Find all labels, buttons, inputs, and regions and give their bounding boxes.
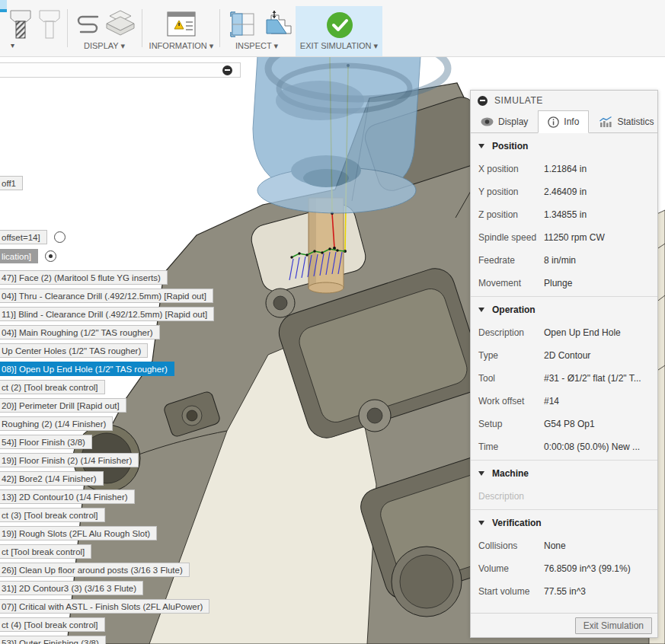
collapse-triangle-icon[interactable] <box>478 308 484 312</box>
info-row-value: 1.21864 in <box>544 164 587 174</box>
section-header-operation[interactable]: Operation <box>471 298 657 321</box>
info-row: SetupG54 P8 Op1 <box>471 413 657 435</box>
operation-item[interactable]: 53)] Outer Finishing (3/8) <box>0 636 106 644</box>
info-row-label: Time <box>478 442 544 452</box>
operation-item[interactable]: Up Center Holes (1/2" TAS rougher) <box>0 343 148 358</box>
statistics-icon <box>599 116 612 128</box>
info-row: Description <box>471 485 657 508</box>
setup-radio-row[interactable]: offset=14] <box>0 230 66 244</box>
info-row-label: X position <box>478 164 544 174</box>
operation-item[interactable]: 13)] 2D Contour10 (1/4 Finisher) <box>0 489 135 504</box>
exit-simulation-button[interactable]: Exit Simulation <box>575 617 652 634</box>
info-row-label: Y position <box>478 187 544 197</box>
setup-radio-row[interactable]: lication] <box>0 249 56 263</box>
operation-item[interactable]: ct (2) [Tool break control] <box>0 380 105 394</box>
panel-content: PositionX position1.21864 inY position2.… <box>471 133 657 613</box>
panel-tab-bar: DisplayInfoStatistics <box>471 110 657 133</box>
toolbar-separator <box>67 9 68 47</box>
info-row-value: G54 P8 Op1 <box>544 419 595 429</box>
info-row-label: Description <box>478 327 544 338</box>
info-row-label: Movement <box>478 278 544 289</box>
stock-display-icon[interactable] <box>105 9 136 40</box>
panel-collapse-icon[interactable] <box>478 96 488 106</box>
info-row-label: Type <box>478 350 544 361</box>
tab-info[interactable]: Info <box>538 110 589 133</box>
info-icon <box>548 116 559 128</box>
setup-label: lication] <box>0 249 38 263</box>
inspect-menu[interactable]: INSPECT ▾ <box>235 41 278 51</box>
info-row-value: 77.55 in^3 <box>544 586 586 597</box>
info-row-label: Spindle speed <box>478 232 544 243</box>
info-row-label: Setup <box>478 419 544 429</box>
browser-collapsed-bar[interactable] <box>0 62 241 78</box>
panel-footer: Exit Simulation <box>471 613 657 637</box>
toolbar-overflow-caret[interactable]: ▾ <box>11 41 14 49</box>
section-header-verification[interactable]: Verification <box>471 512 657 534</box>
operation-item[interactable]: 19)] Rough Slots (2FL Alu Rough Slot) <box>0 526 157 540</box>
exit-simulation-group[interactable]: EXIT SIMULATION ▾ <box>296 6 382 56</box>
info-row: Start volume77.55 in^3 <box>471 580 657 603</box>
operation-item[interactable]: ct (4) [Tool break control] <box>0 617 105 632</box>
operation-item[interactable]: 20)] Perimeter Drill [Rapid out] <box>0 398 126 413</box>
active-tab-underline <box>0 9 7 12</box>
info-row-value: 8 in/min <box>544 255 576 266</box>
info-row: Feedrate8 in/min <box>471 249 657 272</box>
tab-label: Display <box>498 116 528 127</box>
information-menu[interactable]: INFORMATION ▾ <box>149 41 214 51</box>
top-toolbar: ▾ DISPLAY ▾ INFORMATION ▾ INSPECT ▾ <box>0 0 665 57</box>
information-icon[interactable] <box>166 11 197 38</box>
green-check-icon <box>326 11 353 39</box>
collapse-triangle-icon[interactable] <box>478 521 484 525</box>
tool-icon[interactable] <box>9 9 32 41</box>
collapse-triangle-icon[interactable] <box>478 144 484 148</box>
tool-ghost-icon[interactable] <box>38 9 61 41</box>
operation-fragment[interactable]: off1 <box>0 176 23 190</box>
info-row-value: 0:00:08 (50.0%) New ... <box>544 442 640 452</box>
operation-item[interactable]: 26)] Clean Up floor around posts (3/16 3… <box>0 563 190 577</box>
measure-icon[interactable] <box>261 9 293 40</box>
section-title: Machine <box>492 468 529 479</box>
info-row-label: Feedrate <box>478 255 544 266</box>
info-row-value: #14 <box>544 396 559 406</box>
section-header-machine[interactable]: Machine <box>471 462 657 485</box>
tab-display[interactable]: Display <box>471 110 538 133</box>
operation-item-selected[interactable]: 08)] Open Up End Hole (1/2" TAS rougher) <box>0 362 174 376</box>
eye-icon <box>481 117 494 126</box>
tab-statistics[interactable]: Statistics <box>589 110 663 133</box>
info-row-label: Start volume <box>478 586 544 597</box>
operation-item[interactable]: 47)] Face (2) (Maritool 5 flute YG inser… <box>0 270 168 285</box>
section-title: Operation <box>492 304 536 315</box>
section-analysis-icon[interactable] <box>229 11 257 40</box>
operation-item[interactable]: 04)] Thru - Clearance Drill (.492/12.5mm… <box>0 289 213 303</box>
collapse-icon[interactable] <box>222 65 232 75</box>
operation-item[interactable]: 54)] Floor Finish (3/8) <box>0 435 92 449</box>
display-menu[interactable]: DISPLAY ▾ <box>84 41 125 51</box>
info-row-value: None <box>544 540 566 551</box>
panel-title: SIMULATE <box>494 95 543 106</box>
operation-item[interactable]: Roughing (2) (1/4 Finisher) <box>0 416 113 431</box>
info-row-label: Work offset <box>478 396 544 406</box>
section-separator <box>471 296 657 297</box>
info-row-value: 1.34855 in <box>544 209 587 220</box>
section-title: Verification <box>492 518 542 528</box>
exit-simulation-menu[interactable]: EXIT SIMULATION ▾ <box>300 41 378 51</box>
toolpath-display-icon[interactable] <box>75 12 102 38</box>
info-row-value: Plunge <box>544 278 572 289</box>
operation-item[interactable]: 42)] Bore2 (1/4 Finisher) <box>0 471 104 486</box>
radio-selected[interactable] <box>45 250 56 262</box>
operation-item[interactable]: ct [Tool break control] <box>0 544 91 559</box>
operation-item[interactable]: 19)] Floor Finish (2) (1/4 Finisher) <box>0 453 139 467</box>
section-header-position[interactable]: Position <box>471 135 657 158</box>
operation-item[interactable]: 04)] Main Roughing (1/2" TAS rougher) <box>0 325 160 340</box>
operation-item[interactable]: 11)] Blind - Clearance Drill (.492/12.5m… <box>0 307 214 321</box>
toolbar-separator <box>142 9 142 47</box>
radio-unselected[interactable] <box>54 231 66 243</box>
collapse-triangle-icon[interactable] <box>478 471 484 476</box>
simulate-panel: SIMULATE DisplayInfoStatistics PositionX… <box>470 90 658 638</box>
info-row: Spindle speed11250 rpm CW <box>471 226 657 249</box>
operation-item[interactable]: 07)] Critical with ASTL - Finish Slots (… <box>0 599 209 614</box>
active-tab-marker <box>0 0 7 9</box>
operation-item[interactable]: ct (3) [Tool break control] <box>0 508 105 522</box>
operation-item[interactable]: 31)] 2D Contour3 (3) (3/16 3 Flute) <box>0 581 143 595</box>
info-row-value: 2.46409 in <box>544 187 587 197</box>
